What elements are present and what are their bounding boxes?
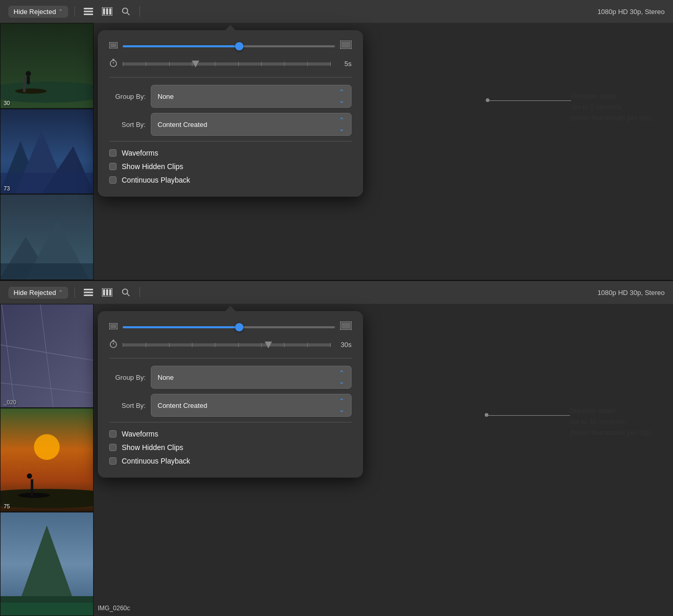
- thumb-cell-2: 73: [0, 109, 94, 195]
- checkbox-continuous-box-2[interactable]: [109, 457, 117, 465]
- annotation-bottom-text: Duration slider set to 30 seconds (fewer…: [570, 406, 652, 439]
- svg-rect-59: [341, 323, 351, 329]
- separator-1: [109, 77, 352, 78]
- timer-icon-1: [109, 59, 118, 69]
- duration-value-1: 5s: [336, 60, 352, 68]
- toolbar-bottom: Hide Rejected ⌃ 1080p HD 30p, Stereo: [0, 281, 673, 304]
- filter-dropdown-2[interactable]: Hide Rejected ⌃: [8, 287, 68, 299]
- duration-row-2: 30s: [109, 340, 352, 350]
- svg-rect-14: [1, 263, 93, 279]
- img-0260c-label: IMG_0260c: [98, 605, 130, 612]
- checkbox-hidden-box-1[interactable]: [109, 163, 117, 170]
- toolbar-top: Hide Rejected ⌃ 1080p HD 30p, Stereo: [0, 0, 673, 23]
- thumb-small-icon-2: [109, 323, 118, 331]
- thumb-large-icon-2: [340, 322, 352, 332]
- timer-icon-2: [109, 340, 118, 350]
- svg-point-38: [34, 434, 60, 460]
- svg-rect-57: [110, 324, 117, 328]
- toolbar-divider-2: [139, 6, 140, 17]
- checkbox-waveforms-2[interactable]: Waveforms: [109, 430, 352, 438]
- toolbar-divider-1: [74, 6, 75, 17]
- checkbox-continuous-box-1[interactable]: [109, 176, 117, 184]
- group-by-value-1: None: [158, 93, 174, 100]
- popup-arrow-1: [225, 25, 236, 30]
- top-section: 30 73: [0, 0, 673, 281]
- group-by-value-2: None: [158, 374, 174, 381]
- svg-rect-20: [106, 8, 108, 15]
- filter-label: Hide Rejected: [14, 8, 56, 16]
- toolbar-divider-3: [74, 287, 75, 298]
- thumb-label-2: 73: [4, 185, 10, 191]
- thumb-cell-6: [0, 512, 94, 616]
- search-icon[interactable]: [119, 4, 133, 19]
- sort-by-row-1: Sort By: Content Created ⌃⌄: [109, 113, 352, 136]
- checkbox-section-2: Waveforms Show Hidden Clips Continuous P…: [109, 430, 352, 465]
- toolbar-divider-4: [139, 287, 140, 298]
- sort-by-chevron-2: ⌃⌄: [339, 397, 345, 414]
- sort-by-label-1: Sort By:: [109, 121, 146, 129]
- svg-rect-10: [1, 173, 93, 194]
- bottom-section: _020 7: [0, 281, 673, 616]
- checkbox-waveforms-1[interactable]: Waveforms: [109, 149, 352, 157]
- group-by-chevron-2: ⌃⌄: [339, 369, 345, 386]
- group-by-row-1: Group By: None ⌃⌄: [109, 85, 352, 108]
- svg-rect-17: [84, 14, 93, 15]
- thumb-cell-1: 30: [0, 23, 94, 109]
- list-view-icon[interactable]: [81, 4, 96, 19]
- checkbox-section-1: Waveforms Show Hidden Clips Continuous P…: [109, 149, 352, 184]
- thumb-grid-top: 30 73: [0, 23, 94, 280]
- search-icon-2[interactable]: [119, 285, 133, 300]
- annotation-bottom: Duration slider set to 30 seconds (fewer…: [570, 406, 652, 439]
- filter-dropdown[interactable]: Hide Rejected ⌃: [8, 6, 68, 18]
- group-by-select-1[interactable]: None ⌃⌄: [151, 85, 352, 108]
- toolbar-info: 1080p HD 30p, Stereo: [598, 8, 665, 16]
- svg-point-2: [15, 88, 47, 94]
- svg-rect-41: [31, 479, 33, 496]
- filter-label-2: Hide Rejected: [14, 289, 56, 297]
- svg-rect-15: [84, 8, 93, 9]
- duration-value-2: 30s: [336, 341, 352, 349]
- annotation-top: Duration slider set to 5 seconds (more t…: [571, 91, 652, 124]
- checkbox-hidden-1[interactable]: Show Hidden Clips: [109, 162, 352, 171]
- thumbnail-size-slider[interactable]: [123, 45, 335, 47]
- sort-by-select-1[interactable]: Content Created ⌃⌄: [151, 113, 352, 136]
- checkbox-waveforms-box-2[interactable]: [109, 430, 117, 438]
- checkbox-waveforms-label-1: Waveforms: [122, 149, 158, 157]
- duration-slider-1[interactable]: [123, 62, 331, 66]
- svg-point-40: [18, 493, 50, 498]
- svg-rect-48: [84, 292, 93, 293]
- popup-panel-2: 30s Group By: None ⌃⌄ Sort By: Content C…: [98, 311, 363, 478]
- thumb-large-icon: [340, 41, 352, 52]
- thumbnail-size-slider-2[interactable]: [123, 326, 335, 328]
- checkbox-waveforms-box-1[interactable]: [109, 149, 117, 157]
- group-by-select-2[interactable]: None ⌃⌄: [151, 366, 352, 389]
- sort-by-select-2[interactable]: Content Created ⌃⌄: [151, 394, 352, 417]
- svg-rect-5: [27, 76, 30, 84]
- checkbox-hidden-2[interactable]: Show Hidden Clips: [109, 443, 352, 452]
- svg-point-22: [122, 8, 127, 14]
- thumbnail-size-row-2: [109, 322, 352, 332]
- checkbox-continuous-2[interactable]: Continuous Playback: [109, 457, 352, 465]
- svg-rect-49: [84, 294, 93, 296]
- duration-slider-2[interactable]: [123, 343, 331, 346]
- separator-2: [109, 141, 352, 142]
- filmstrip-icon[interactable]: [100, 4, 114, 19]
- group-by-label-2: Group By:: [109, 374, 146, 381]
- svg-rect-47: [84, 289, 93, 290]
- checkbox-hidden-box-2[interactable]: [109, 444, 117, 451]
- svg-line-23: [127, 13, 130, 16]
- group-by-label-1: Group By:: [109, 93, 146, 100]
- svg-rect-16: [84, 11, 93, 12]
- filmstrip-icon-2[interactable]: [100, 285, 114, 300]
- list-view-icon-2[interactable]: [81, 285, 96, 300]
- separator-4: [109, 422, 352, 422]
- checkbox-waveforms-label-2: Waveforms: [122, 430, 158, 438]
- svg-point-39: [1, 489, 93, 508]
- checkbox-continuous-label-1: Continuous Playback: [122, 176, 190, 184]
- svg-rect-19: [103, 8, 105, 15]
- checkbox-continuous-1[interactable]: Continuous Playback: [109, 176, 352, 184]
- checkbox-hidden-label-2: Show Hidden Clips: [122, 443, 183, 452]
- sort-by-chevron-1: ⌃⌄: [339, 116, 345, 133]
- sort-by-row-2: Sort By: Content Created ⌃⌄: [109, 394, 352, 417]
- svg-point-54: [122, 289, 127, 294]
